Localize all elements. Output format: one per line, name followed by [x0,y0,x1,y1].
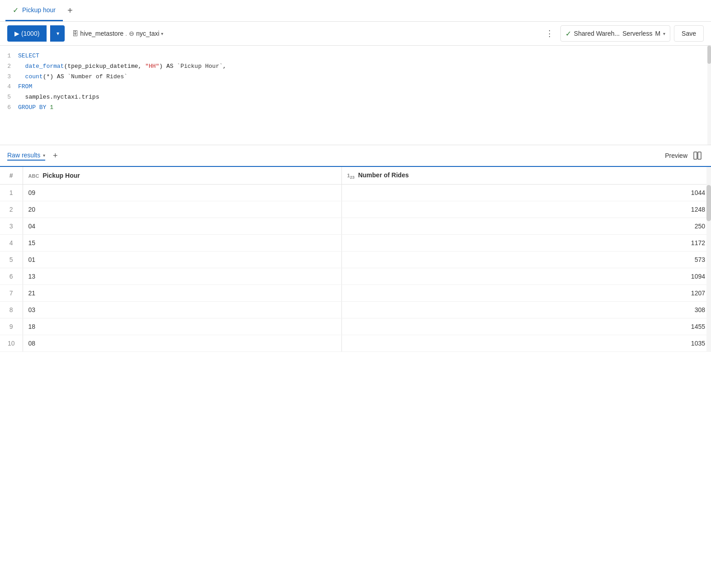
preview-button[interactable]: Preview [665,152,687,159]
col-header-num: # [0,167,23,185]
results-dropdown-arrow: ▾ [43,153,45,158]
pickup-hour-cell: 18 [23,318,341,335]
more-options-button[interactable]: ⋮ [542,26,557,41]
table-row: 7211207 [0,285,711,302]
line-content: GROUP BY 1 [18,103,711,113]
row-number: 3 [0,218,23,235]
row-number: 9 [0,318,23,335]
results-table-body: 1091044220124830425041511725015736131094… [0,185,711,352]
schema-icon: ⊖ [129,30,134,37]
col-header-number-of-rides[interactable]: 123 Number of Rides [341,167,711,185]
table-scrollbar[interactable] [706,167,711,352]
editor-line-4: 4 FROM [0,82,711,92]
table-row: 1091044 [0,185,711,201]
number-of-rides-cell: 1248 [341,201,711,218]
warehouse-check-icon: ✓ [565,29,571,38]
number-of-rides-cell: 250 [341,218,711,235]
svg-rect-0 [694,152,697,159]
database-icon: 🗄 [72,30,78,37]
raw-results-tab[interactable]: Raw results ▾ [7,152,45,161]
table-row: 501573 [0,251,711,268]
table-row: 4151172 [0,235,711,251]
number-of-rides-col-label: Number of Rides [358,171,409,179]
line-number: 6 [0,103,18,113]
sql-editor[interactable]: 1 SELECT 2 date_format(tpep_pickup_datet… [0,46,711,145]
line-number: 5 [0,93,18,102]
editor-line-1: 1 SELECT [0,51,711,62]
number-of-rides-cell: 573 [341,251,711,268]
size-label: M [655,30,660,37]
tab-add-button[interactable]: + [63,4,77,18]
row-number: 4 [0,235,23,251]
layout-icon [693,151,702,160]
results-table: # ABC Pickup Hour 123 Number of Rides 10… [0,167,711,352]
row-number: 1 [0,185,23,201]
table-row: 2201248 [0,201,711,218]
line-content: date_format(tpep_pickup_datetime, "HH") … [18,62,711,71]
tab-check-icon: ✓ [13,6,19,14]
catalog-label: hive_metastore [80,30,123,37]
layout-button[interactable] [691,149,704,162]
results-header: Raw results ▾ + Preview [0,145,711,167]
results-table-wrapper: # ABC Pickup Hour 123 Number of Rides 10… [0,167,711,352]
string-type-icon: ABC [28,173,39,179]
line-number: 3 [0,72,18,82]
number-of-rides-cell: 308 [341,302,711,318]
col-header-pickup-hour[interactable]: ABC Pickup Hour [23,167,341,185]
number-of-rides-cell: 1044 [341,185,711,201]
tab-bar: ✓ Pickup hour + [0,0,711,22]
table-row: 803308 [0,302,711,318]
line-content: count(*) AS `Number of Rides` [18,72,711,82]
run-dropdown-button[interactable]: ▾ [50,25,65,42]
row-number: 6 [0,268,23,285]
line-content: samples.nyctaxi.trips [18,93,711,102]
add-results-tab-button[interactable]: + [49,149,62,162]
editor-scrollbar[interactable] [707,46,711,145]
table-header-row: # ABC Pickup Hour 123 Number of Rides [0,167,711,185]
number-of-rides-cell: 1172 [341,235,711,251]
number-type-icon: 123 [347,173,355,178]
row-number: 10 [0,335,23,352]
table-row: 304250 [0,218,711,235]
number-of-rides-cell: 1035 [341,335,711,352]
row-number: 2 [0,201,23,218]
row-number: 5 [0,251,23,268]
pickup-hour-cell: 20 [23,201,341,218]
pickup-hour-col-label: Pickup Hour [43,172,80,179]
editor-line-6: 6 GROUP BY 1 [0,103,711,113]
pickup-hour-cell: 21 [23,285,341,302]
pickup-hour-cell: 13 [23,268,341,285]
catalog-schema-selector[interactable]: 🗄 hive_metastore . ⊖ nyc_taxi ▾ [68,25,167,42]
line-number: 2 [0,62,18,71]
warehouse-label: Shared Wareh... [574,30,620,37]
serverless-label: Serverless [622,30,652,37]
separator: . [125,30,127,37]
run-button[interactable]: ▶ (1000) [7,25,47,42]
editor-scrollbar-thumb [707,46,711,64]
line-number: 1 [0,52,18,61]
line-content: FROM [18,82,711,92]
pickup-hour-cell: 03 [23,302,341,318]
table-row: 6131094 [0,268,711,285]
row-number: 7 [0,285,23,302]
tab-label: Pickup hour [22,6,56,14]
table-row: 10081035 [0,335,711,352]
pickup-hour-cell: 15 [23,235,341,251]
table-header: # ABC Pickup Hour 123 Number of Rides [0,167,711,185]
line-number: 4 [0,82,18,92]
tab-pickup-hour[interactable]: ✓ Pickup hour [5,0,63,21]
editor-line-3: 3 count(*) AS `Number of Rides` [0,72,711,82]
warehouse-dropdown-arrow: ▾ [663,31,665,36]
svg-rect-1 [698,152,701,159]
table-scrollbar-thumb [706,185,711,221]
pickup-hour-cell: 01 [23,251,341,268]
pickup-hour-cell: 09 [23,185,341,201]
warehouse-selector[interactable]: ✓ Shared Wareh... Serverless M ▾ [560,25,670,42]
pickup-hour-cell: 08 [23,335,341,352]
number-of-rides-cell: 1455 [341,318,711,335]
save-button[interactable]: Save [674,25,704,42]
line-content: SELECT [18,52,711,61]
editor-line-5: 5 samples.nyctaxi.trips [0,92,711,103]
raw-results-label: Raw results [7,152,40,159]
schema-label: nyc_taxi [136,30,159,37]
